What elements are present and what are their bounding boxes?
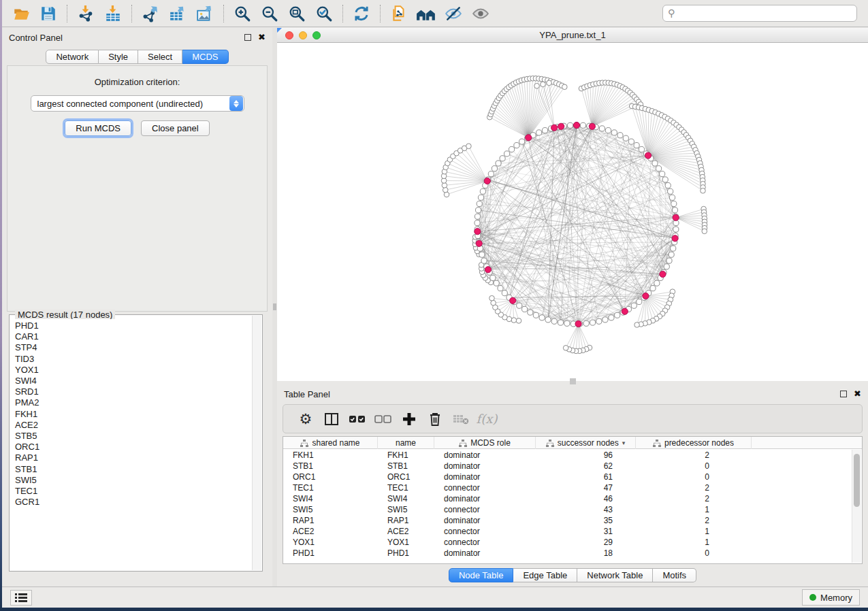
table-row[interactable]: ACE2ACE2connector311 [283, 526, 852, 537]
delete-column-icon[interactable] [422, 409, 448, 429]
list-item[interactable]: FKH1 [15, 409, 252, 420]
list-item[interactable]: RAP1 [15, 452, 252, 463]
export-image-icon[interactable] [191, 3, 219, 24]
table-row[interactable]: SWI4SWI4dominator462 [283, 493, 852, 504]
mcds-list-scrollbar[interactable] [252, 316, 261, 570]
control-panel-titlebar: Control Panel ✖ [2, 28, 272, 47]
table-body: FKH1FKH1dominator962STB1STB1dominator620… [283, 450, 852, 563]
tab-select[interactable]: Select [138, 50, 182, 64]
run-mcds-button[interactable]: Run MCDS [65, 120, 131, 136]
memory-button[interactable]: Memory [802, 589, 860, 606]
table-row[interactable]: TEC1TEC1connector472 [283, 482, 852, 493]
list-item[interactable]: STB1 [15, 464, 252, 475]
table-cell: 43 [536, 504, 636, 515]
list-item[interactable]: YOX1 [15, 365, 252, 376]
tab-node-table[interactable]: Node Table [449, 568, 514, 582]
close-panel-button[interactable]: Close panel [141, 120, 210, 136]
deselect-all-icon[interactable] [370, 409, 396, 429]
column-header-name[interactable]: name [378, 437, 434, 449]
list-item[interactable]: CAR1 [15, 331, 252, 342]
list-item[interactable]: ORC1 [15, 442, 252, 452]
zoom-selected-icon[interactable] [310, 3, 338, 24]
table-cell: 1 [636, 504, 752, 515]
list-item[interactable]: GCR1 [15, 497, 252, 508]
duplicate-network-icon[interactable] [385, 3, 413, 24]
table-cell [752, 493, 852, 504]
search-input[interactable] [662, 5, 857, 22]
table-cell: 46 [536, 493, 636, 504]
mcds-result-list[interactable]: PHD1CAR1STP4TID3YOX1SWI4SRD1PMA2FKH1ACE2… [10, 319, 252, 570]
table-cell: FKH1 [283, 450, 378, 461]
table-row[interactable]: FKH1FKH1dominator962 [283, 450, 852, 461]
list-item[interactable]: PMA2 [15, 397, 252, 408]
column-header-successor-nodes[interactable]: successor nodes▾ [536, 437, 636, 449]
table-scrollbar[interactable] [852, 450, 861, 563]
save-session-icon[interactable] [35, 3, 62, 24]
table-row[interactable]: ORC1ORC1dominator610 [283, 472, 852, 482]
zoom-fit-icon[interactable] [283, 3, 310, 24]
list-item[interactable]: TEC1 [15, 486, 252, 497]
list-item[interactable]: TID3 [15, 354, 252, 365]
list-item[interactable]: PHD1 [15, 320, 252, 331]
tab-mcds[interactable]: MCDS [182, 50, 228, 64]
table-cell: 0 [636, 461, 752, 472]
table-row[interactable]: SWI5SWI5connector431 [283, 504, 852, 515]
table-toolbar: ⚙ [283, 404, 863, 433]
list-item[interactable]: SRD1 [15, 386, 252, 397]
tab-motifs[interactable]: Motifs [653, 568, 696, 582]
refresh-layout-icon[interactable] [348, 3, 375, 24]
table-cell: connector [434, 504, 536, 515]
list-item[interactable]: STB5 [15, 431, 252, 442]
select-all-icon[interactable] [344, 409, 370, 429]
show-columns-icon[interactable] [319, 409, 344, 429]
delete-table-icon[interactable] [448, 409, 474, 429]
first-neighbors-icon[interactable] [413, 3, 440, 24]
list-item[interactable]: SWI5 [15, 475, 252, 486]
column-header-shared-name[interactable]: shared name [283, 437, 378, 449]
close-panel-icon[interactable]: ✖ [258, 34, 266, 41]
function-builder-icon[interactable]: f(x) [474, 409, 500, 429]
float-panel-icon[interactable] [244, 34, 251, 41]
table-row[interactable]: RAP1RAP1dominator352 [283, 515, 852, 526]
task-history-button[interactable] [10, 590, 32, 606]
network-window-titlebar[interactable]: YPA_prune.txt_1 [277, 28, 868, 43]
criterion-select[interactable]: largest connected component (undirected) [31, 95, 244, 112]
import-network-icon[interactable] [72, 3, 99, 24]
column-header-MCDS-role[interactable]: MCDS role [434, 437, 536, 449]
float-panel-icon[interactable] [840, 391, 847, 397]
column-header-predecessor-nodes[interactable]: predecessor nodes [636, 437, 752, 449]
table-tabs: Node TableEdge TableNetwork TableMotifs [277, 568, 868, 582]
tab-style[interactable]: Style [99, 50, 138, 64]
tab-edge-table[interactable]: Edge Table [513, 568, 577, 582]
hide-selected-icon[interactable] [440, 3, 467, 24]
table-header-row[interactable]: shared namenameMCDS rolesuccessor nodes▾… [283, 437, 862, 449]
vertical-splitter[interactable] [272, 28, 277, 587]
network-graph[interactable] [277, 43, 868, 381]
table-scrollbar-thumb[interactable] [854, 454, 860, 507]
table-cell: 61 [536, 472, 636, 482]
table-row[interactable]: YOX1YOX1connector291 [283, 537, 852, 548]
table-cell: RAP1 [378, 515, 434, 526]
open-session-icon[interactable] [7, 3, 35, 24]
list-item[interactable]: STP4 [15, 342, 252, 353]
tab-network-table[interactable]: Network Table [577, 568, 653, 582]
list-item[interactable]: ACE2 [15, 420, 252, 431]
table-settings-icon[interactable]: ⚙ [293, 409, 319, 429]
zoom-in-icon[interactable] [229, 3, 256, 24]
sort-caret-icon: ▾ [622, 440, 626, 446]
export-table-icon[interactable] [164, 3, 191, 24]
tab-network[interactable]: Network [46, 50, 99, 64]
list-item[interactable]: SWI4 [15, 376, 252, 386]
table-row[interactable]: PHD1PHD1dominator180 [283, 548, 852, 559]
memory-status-icon [809, 594, 816, 601]
show-all-icon[interactable] [467, 3, 494, 24]
table-row[interactable]: STB1STB1dominator620 [283, 461, 852, 472]
zoom-out-icon[interactable] [256, 3, 283, 24]
add-column-icon[interactable] [396, 409, 422, 429]
import-table-icon[interactable] [99, 3, 127, 24]
network-canvas[interactable] [277, 43, 868, 381]
table-cell: SWI5 [283, 504, 378, 515]
close-panel-icon[interactable]: ✖ [854, 391, 861, 397]
export-network-icon[interactable] [137, 3, 164, 24]
status-bar: Memory [2, 587, 868, 608]
